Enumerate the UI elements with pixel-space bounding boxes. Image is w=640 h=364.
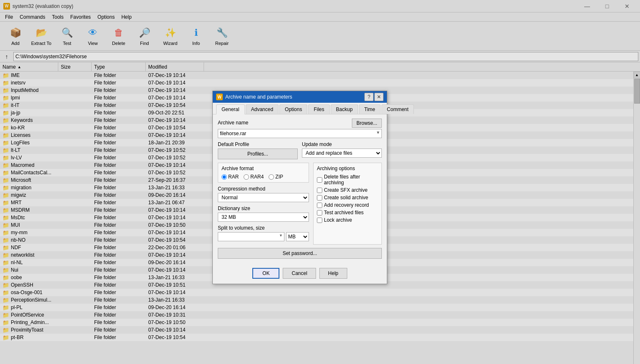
radio-rar4[interactable]: RAR4 [244,174,264,180]
compression-method-select[interactable]: Store Fastest Fast Normal Good Best [218,193,309,202]
dialog-app-icon: W [216,94,223,100]
archive-format-section: Archive format RAR RAR4 ZIP [218,163,309,245]
split-unit-select[interactable]: MB B KB GB [286,232,309,241]
dictionary-size-label: Dictionary size [218,206,309,211]
split-volumes-row: Split to volumes, size ▼ MB B KB [218,225,309,241]
format-options-row: Archive format RAR RAR4 ZIP [218,163,382,245]
cancel-button[interactable]: Cancel [283,268,316,279]
tab-comment[interactable]: Comment [381,104,414,114]
modal-overlay: W Archive name and parameters ? ✕ Genera… [0,0,640,364]
dialog-close-button[interactable]: ✕ [374,93,384,101]
radio-rar[interactable]: RAR [222,174,239,180]
help-button[interactable]: Help [319,268,347,279]
update-mode-select[interactable]: Add and replace files Add and update fil… [302,149,382,158]
browse-button[interactable]: Browse... [352,119,382,128]
tab-options[interactable]: Options [279,104,307,114]
checkbox-test-archived[interactable]: Test archived files [317,210,378,215]
dialog-title: Archive name and parameters [225,94,292,100]
dialog-content: General Advanced Options Files Backup Ti… [213,103,387,284]
archive-format-radio-group: RAR RAR4 ZIP [222,174,305,180]
tab-backup[interactable]: Backup [331,104,358,114]
archive-name-label: Archive name [218,120,248,126]
update-mode-label: Update mode [302,141,382,147]
archive-format-box: Archive format RAR RAR4 ZIP [218,163,309,183]
radio-zip[interactable]: ZIP [269,174,283,180]
split-input[interactable] [218,232,284,241]
default-profile-label: Default Profile [218,141,298,147]
tab-general[interactable]: General [216,104,245,114]
tab-time[interactable]: Time [359,104,381,114]
archive-name-input[interactable] [218,129,382,138]
dialog-help-button[interactable]: ? [364,93,374,101]
checkbox-lock-archive[interactable]: Lock archive [317,217,378,223]
set-password-button[interactable]: Set password... [218,248,382,259]
checkbox-create-sfx[interactable]: Create SFX archive [317,187,378,193]
dictionary-size-select[interactable]: 1 MB 2 MB 4 MB 8 MB 16 MB 32 MB 64 MB 12… [218,213,309,222]
split-dropdown-icon: ▼ [279,233,283,238]
default-profile-section: Default Profile Profiles... [218,141,298,159]
tab-files[interactable]: Files [308,104,329,114]
archiving-options-box: Archiving options Delete files after arc… [313,163,382,245]
dialog-title-bar: W Archive name and parameters ? ✕ [213,91,387,103]
dialog-footer: OK Cancel Help [213,265,387,284]
set-password-row: Set password... [218,248,382,259]
checkbox-recovery-record[interactable]: Add recovery record [317,202,378,208]
archiving-options-label: Archiving options [317,166,378,171]
archive-name-dropdown-icon[interactable]: ▼ [376,130,380,135]
archive-name-row: Archive name Browse... ▼ [218,119,382,138]
dialog-general-tab-body: Archive name Browse... ▼ Default Profile… [213,114,387,265]
split-volumes-label: Split to volumes, size [218,225,309,231]
dialog-controls: ? ✕ [364,93,384,101]
checkbox-create-solid[interactable]: Create solid archive [317,195,378,201]
tab-advanced[interactable]: Advanced [246,104,279,114]
dictionary-size-row: Dictionary size 1 MB 2 MB 4 MB 8 MB 16 M… [218,206,309,222]
update-mode-section: Update mode Add and replace files Add an… [302,141,382,159]
compression-method-row: Compression method Store Fastest Fast No… [218,186,309,202]
split-row: ▼ MB B KB GB [218,232,309,241]
tab-bar: General Advanced Options Files Backup Ti… [213,103,387,114]
archive-dialog: W Archive name and parameters ? ✕ Genera… [212,91,387,284]
profile-updatemode-row: Default Profile Profiles... Update mode … [218,141,382,159]
profiles-button[interactable]: Profiles... [218,149,298,159]
dialog-title-content: W Archive name and parameters [216,94,292,100]
archive-format-label: Archive format [222,166,305,171]
checkbox-delete-after[interactable]: Delete files after archiving [317,174,378,186]
archiving-options-section: Archiving options Delete files after arc… [313,163,382,245]
ok-button[interactable]: OK [252,268,279,279]
compression-method-label: Compression method [218,186,309,192]
